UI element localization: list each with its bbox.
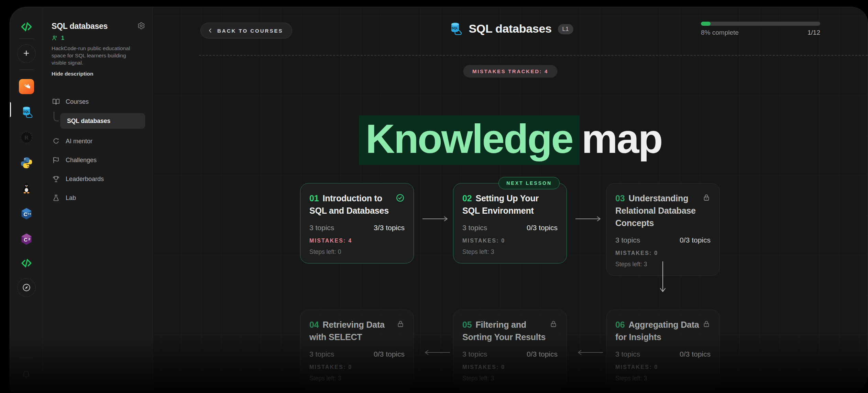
progress-fill bbox=[701, 22, 711, 26]
sidebar-item-ai-mentor[interactable]: AI mentor bbox=[52, 134, 145, 149]
sidebar-item-leaderboards[interactable]: Leaderboards bbox=[52, 171, 145, 187]
mistakes-label: MISTAKES: 0 bbox=[615, 364, 711, 370]
sql-course-icon bbox=[447, 21, 462, 36]
members-icon bbox=[52, 35, 58, 41]
lesson-title: 05Filtering and Sorting Your Results bbox=[462, 318, 549, 343]
arrow-left-06-05 bbox=[575, 348, 604, 357]
book-open-icon bbox=[52, 98, 60, 105]
lock-icon bbox=[702, 193, 711, 203]
mistakes-label: MISTAKES: 0 bbox=[462, 364, 558, 370]
hide-description-link[interactable]: Hide description bbox=[52, 71, 145, 77]
flask-icon bbox=[52, 194, 60, 202]
course-header: SQL databases L1 bbox=[447, 21, 573, 36]
rust-icon[interactable]: R bbox=[19, 130, 34, 145]
bell-icon bbox=[22, 370, 31, 379]
csharp-icon[interactable]: C # bbox=[19, 232, 34, 247]
notifications-button[interactable] bbox=[19, 367, 34, 382]
svg-text:R: R bbox=[24, 134, 29, 141]
course-title: SQL databases bbox=[469, 22, 551, 35]
chevron-left-icon bbox=[208, 28, 213, 33]
svg-text:#: # bbox=[28, 237, 30, 241]
code-workspace-icon[interactable] bbox=[19, 256, 34, 271]
nested-course-wrap: SQL databases bbox=[54, 113, 145, 129]
gear-icon bbox=[138, 22, 145, 30]
lesson-card-02[interactable]: NEXT LESSON 02Setting Up Your SQL Enviro… bbox=[453, 183, 567, 263]
page-title: Knowledgemap bbox=[153, 113, 868, 165]
lesson-title: 03Understanding Relational Database Conc… bbox=[615, 192, 702, 229]
explore-button[interactable] bbox=[17, 278, 36, 297]
divider bbox=[19, 38, 34, 39]
sidebar-nav: Courses SQL databases AI mentor Challeng… bbox=[52, 94, 145, 205]
lesson-title: 01Introduction to SQL and Databases bbox=[309, 192, 396, 217]
svg-text:++: ++ bbox=[27, 212, 31, 216]
divider bbox=[19, 358, 33, 358]
topics-count: 3 topics bbox=[309, 350, 334, 358]
course-progress: 8% complete 1/12 bbox=[701, 22, 820, 36]
sidebar-item-courses[interactable]: Courses bbox=[52, 94, 145, 109]
workspace-rail: + R bbox=[10, 7, 43, 393]
svg-text:C: C bbox=[24, 237, 28, 243]
tree-connector bbox=[54, 112, 59, 121]
arrow-left-05-04 bbox=[422, 348, 451, 357]
swift-icon[interactable] bbox=[19, 79, 34, 94]
compass-icon bbox=[22, 283, 31, 292]
topics-progress: 0/3 topics bbox=[527, 350, 558, 358]
sidebar-item-lab[interactable]: Lab bbox=[52, 190, 145, 205]
linux-icon[interactable] bbox=[19, 181, 34, 196]
knowledge-map-panel: BACK TO COURSES SQL databases L1 8% comp… bbox=[153, 7, 868, 393]
topics-count: 3 topics bbox=[615, 236, 640, 244]
topics-count: 3 topics bbox=[462, 350, 487, 358]
arrow-right-02-03 bbox=[575, 215, 604, 223]
plus-icon: + bbox=[23, 48, 30, 58]
app-window: + R bbox=[10, 7, 868, 393]
ai-mentor-icon bbox=[52, 137, 60, 145]
lock-icon bbox=[702, 320, 711, 329]
header-separator bbox=[199, 55, 868, 56]
check-circle-icon bbox=[396, 193, 405, 204]
topics-progress: 0/3 topics bbox=[680, 350, 711, 358]
lesson-card-06[interactable]: 06Aggregating Data for Insights 3 topics… bbox=[606, 310, 720, 390]
mistakes-label: MISTAKES: 4 bbox=[309, 238, 405, 244]
lesson-card-05[interactable]: 05Filtering and Sorting Your Results 3 t… bbox=[453, 310, 567, 390]
python-icon[interactable] bbox=[19, 155, 34, 170]
topics-count: 3 topics bbox=[462, 224, 487, 232]
trophy-icon bbox=[52, 175, 60, 183]
members-count: 1 bbox=[52, 35, 145, 41]
topics-count: 3 topics bbox=[309, 224, 334, 232]
topics-progress: 0/3 topics bbox=[374, 350, 405, 358]
lesson-card-01[interactable]: 01Introduction to SQL and Databases 3 to… bbox=[300, 183, 414, 263]
steps-left-label: Steps left: 3 bbox=[309, 375, 405, 382]
hackcode-logo-icon[interactable] bbox=[19, 19, 34, 34]
flag-icon bbox=[52, 156, 60, 164]
back-to-courses-button[interactable]: BACK TO COURSES bbox=[200, 23, 292, 38]
sql-workspace-icon[interactable] bbox=[19, 104, 34, 120]
progress-percent-label: 8% complete bbox=[701, 29, 739, 36]
steps-left-label: Steps left: 3 bbox=[615, 375, 711, 382]
sidebar-item-sql-databases[interactable]: SQL databases bbox=[60, 113, 145, 129]
topics-progress: 3/3 topics bbox=[374, 224, 405, 232]
cpp-icon[interactable]: C ++ bbox=[19, 206, 34, 221]
settings-button[interactable] bbox=[138, 22, 145, 31]
course-sidebar: SQL databases 1 HackCode-run public educ… bbox=[43, 7, 153, 393]
app-screenshot: + R bbox=[0, 0, 868, 393]
sidebar-item-challenges[interactable]: Challenges bbox=[52, 153, 145, 168]
sidebar-title: SQL databases bbox=[52, 22, 108, 31]
steps-left-label: Steps left: 3 bbox=[462, 375, 558, 382]
topics-progress: 0/3 topics bbox=[680, 236, 711, 244]
add-workspace-button[interactable]: + bbox=[17, 44, 36, 63]
mistakes-label: MISTAKES: 0 bbox=[462, 238, 558, 244]
divider bbox=[19, 69, 34, 70]
lock-icon bbox=[549, 320, 558, 329]
lock-icon bbox=[396, 320, 405, 329]
level-badge: L1 bbox=[558, 24, 573, 34]
active-workspace-indicator bbox=[10, 102, 11, 117]
svg-text:C: C bbox=[23, 211, 27, 217]
arrow-right-01-02 bbox=[422, 215, 451, 223]
steps-left-label: Steps left: 0 bbox=[309, 248, 405, 256]
lesson-card-04[interactable]: 04Retrieving Data with SELECT 3 topics0/… bbox=[300, 310, 414, 390]
next-lesson-badge: NEXT LESSON bbox=[498, 177, 560, 189]
lesson-title: 02Setting Up Your SQL Environment bbox=[462, 192, 558, 217]
topics-progress: 0/3 topics bbox=[527, 224, 558, 232]
lesson-title: 04Retrieving Data with SELECT bbox=[309, 318, 396, 343]
mistakes-label: MISTAKES: 0 bbox=[615, 250, 711, 256]
